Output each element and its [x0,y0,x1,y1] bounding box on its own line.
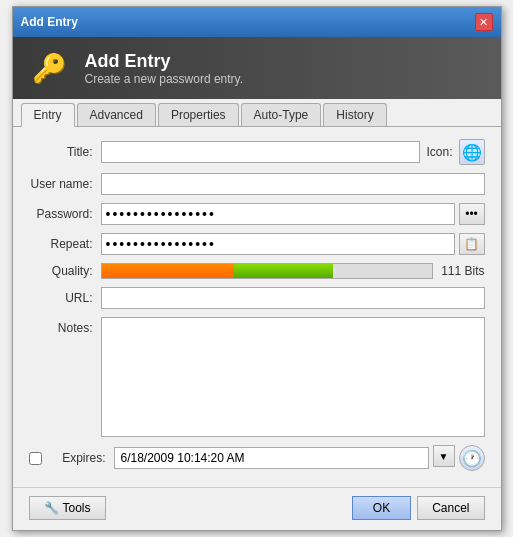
quality-row: Quality: 111 Bits [29,263,485,279]
button-row: 🔧 Tools OK Cancel [13,487,501,530]
username-row: User name: [29,173,485,195]
tools-button[interactable]: 🔧 Tools [29,496,106,520]
title-bar-text: Add Entry [21,15,78,29]
url-label: URL: [29,291,101,305]
notes-textarea[interactable] [101,317,485,437]
repeat-input-group: 📋 [101,233,485,255]
cancel-button[interactable]: Cancel [417,496,484,520]
title-label: Title: [29,145,101,159]
password-row: Password: ••• [29,203,485,225]
form-area: Title: Icon: 🌐 User name: Password: ••• … [13,127,501,487]
quality-bar [101,263,434,279]
tab-bar: Entry Advanced Properties Auto-Type Hist… [13,99,501,127]
password-input[interactable] [101,203,455,225]
username-label: User name: [29,177,101,191]
expires-date-input[interactable] [114,447,429,469]
quality-bits-text: 111 Bits [441,264,484,278]
expires-checkbox[interactable] [29,452,42,465]
tools-icon: 🔧 [44,501,59,515]
password-label: Password: [29,207,101,221]
expires-label: Expires: [46,451,114,465]
right-buttons: OK Cancel [352,496,485,520]
expires-row: Expires: ▼ 🕐 [29,445,485,471]
notes-label: Notes: [29,317,101,335]
header-icon: 🔑 [29,47,71,89]
header-title: Add Entry [85,51,244,72]
expires-dropdown-button[interactable]: ▼ [433,445,455,467]
tab-properties[interactable]: Properties [158,103,239,126]
quality-bar-orange [102,264,234,278]
username-input[interactable] [101,173,485,195]
repeat-label: Repeat: [29,237,101,251]
quality-bar-green [234,264,333,278]
repeat-row: Repeat: 📋 [29,233,485,255]
icon-picker-button[interactable]: 🌐 [459,139,485,165]
add-entry-dialog: Add Entry ✕ 🔑 Add Entry Create a new pas… [12,6,502,531]
tab-history[interactable]: History [323,103,386,126]
title-bar: Add Entry ✕ [13,7,501,37]
url-input[interactable] [101,287,485,309]
title-input[interactable] [101,141,421,163]
icon-label: Icon: [426,145,452,159]
header-section: 🔑 Add Entry Create a new password entry. [13,37,501,99]
password-input-group: ••• [101,203,485,225]
header-text: Add Entry Create a new password entry. [85,51,244,86]
repeat-copy-button[interactable]: 📋 [459,233,485,255]
close-button[interactable]: ✕ [475,13,493,31]
quality-label: Quality: [29,264,101,278]
ok-button[interactable]: OK [352,496,411,520]
header-subtitle: Create a new password entry. [85,72,244,86]
url-row: URL: [29,287,485,309]
tab-advanced[interactable]: Advanced [77,103,156,126]
title-row: Title: Icon: 🌐 [29,139,485,165]
expires-buttons: ▼ 🕐 [433,445,485,471]
tab-entry[interactable]: Entry [21,103,75,127]
title-input-group: Icon: 🌐 [101,139,485,165]
notes-row: Notes: [29,317,485,437]
repeat-input[interactable] [101,233,455,255]
expires-clock-button[interactable]: 🕐 [459,445,485,471]
tools-label: Tools [63,501,91,515]
tab-autotype[interactable]: Auto-Type [241,103,322,126]
password-options-button[interactable]: ••• [459,203,485,225]
